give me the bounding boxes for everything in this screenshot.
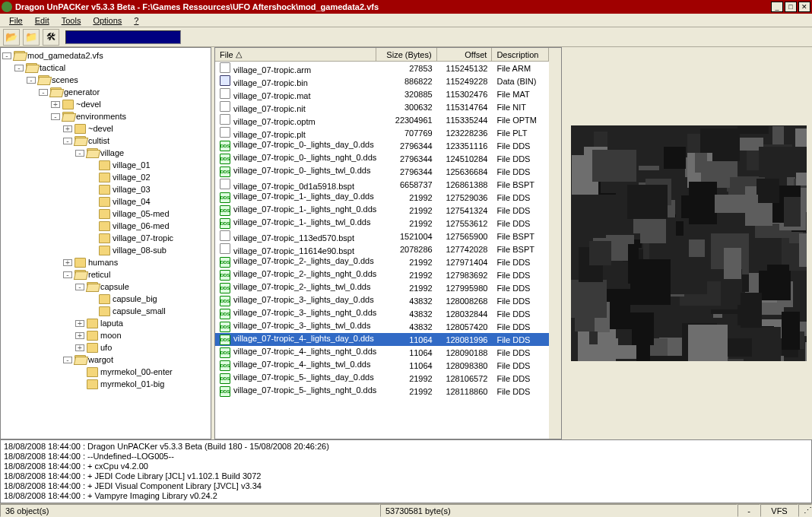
table-row[interactable]: village_07-tropic_11614e90.bspt207828612… [215, 243, 549, 255]
tree-toggle[interactable]: + [75, 320, 84, 327]
tree-toggle[interactable]: - [14, 65, 24, 71]
tree-toggle[interactable]: - [2, 52, 11, 59]
table-row[interactable]: village_07-tropic.optm22304961115335244F… [215, 113, 549, 126]
table-row[interactable]: DDSvillage_07-tropic_0-_lights_nght_0.dd… [215, 152, 549, 165]
table-row[interactable]: DDSvillage_07-tropic_3-_lights_nght_0.dd… [215, 307, 549, 320]
table-row[interactable]: DDSvillage_07-tropic_4-_lights_nght_0.dd… [215, 346, 549, 359]
col-offset[interactable]: Offset [437, 48, 493, 61]
menu-options[interactable]: Options [87, 14, 128, 27]
tree-toggle[interactable]: + [63, 259, 72, 266]
table-row[interactable]: village_07-tropic.bin886822115249228Data… [215, 75, 549, 87]
table-row[interactable]: DDSvillage_07-tropic_2-_lights_nght_0.dd… [215, 268, 549, 281]
table-row[interactable]: DDSvillage_07-tropic_2-_lights_day_0.dds… [215, 255, 549, 268]
menu-help[interactable]: ? [128, 14, 144, 27]
tree-toggle[interactable]: + [75, 332, 84, 339]
tree-item[interactable]: -scenes [2, 74, 209, 86]
tree-toggle[interactable]: - [63, 271, 72, 278]
table-row[interactable]: village_07-tropic.mat320885115302476File… [215, 87, 549, 100]
tree-item[interactable]: -wargot [2, 354, 209, 366]
table-row[interactable]: DDSvillage_07-tropic_5-_lights_day_0.dds… [215, 372, 549, 385]
menu-file[interactable]: File [3, 14, 29, 27]
table-row[interactable]: village_07-tropic.plt707769123228236File… [215, 126, 549, 139]
log-pane[interactable]: 18/08/2008 18:44:00 : Dragon UnPACKer v5… [0, 439, 812, 503]
table-row[interactable]: DDSvillage_07-tropic_1-_lights_day_0.dds… [215, 191, 549, 204]
tree-item[interactable]: -village [2, 147, 209, 159]
tree-toggle[interactable]: - [63, 138, 72, 144]
file-icon: DDS [220, 386, 230, 397]
minimize-button[interactable]: _ [771, 2, 783, 12]
table-row[interactable]: DDSvillage_07-tropic_0-_lights_twl_0.dds… [215, 165, 549, 178]
file-table-body[interactable]: village_07-tropic.arm27853115245132File … [215, 62, 549, 439]
tree-item[interactable]: village_03 [2, 183, 209, 195]
tree-item[interactable]: -generator [2, 86, 209, 98]
table-row[interactable]: DDSvillage_07-tropic_0-_lights_day_0.dds… [215, 139, 549, 152]
file-desc: File ARM [492, 63, 549, 74]
file-desc: File DDS [492, 218, 549, 229]
tools-button[interactable]: 🛠 [43, 29, 59, 46]
resize-grip[interactable]: ⋰ [798, 504, 812, 517]
col-file[interactable]: File △ [215, 48, 376, 61]
file-size: 27853 [377, 63, 437, 74]
tree-item[interactable]: -reticul [2, 268, 209, 281]
menu-edit[interactable]: Edit [29, 14, 56, 27]
tree-item[interactable]: -mod_gamedata2.vfs [2, 49, 209, 62]
close-file-button[interactable]: 📁 [23, 29, 40, 46]
tree-item[interactable]: +moon [2, 329, 209, 341]
tree-label: ~devel [76, 100, 101, 109]
tree-toggle[interactable]: - [75, 150, 84, 157]
tree-item[interactable]: village_08-sub [2, 244, 209, 256]
table-row[interactable]: village_07-tropic.nit300632115314764File… [215, 100, 549, 113]
close-button[interactable]: ✕ [798, 2, 810, 12]
table-row[interactable]: village_07-tropic_113ed570.bspt152100412… [215, 230, 549, 243]
file-offset: 124510284 [437, 154, 493, 164]
tree-toggle[interactable]: - [27, 77, 36, 84]
folder-icon [99, 221, 110, 231]
tree-item[interactable]: village_04 [2, 195, 209, 208]
tree-pane[interactable]: -mod_gamedata2.vfs-tactical-scenes-gener… [0, 47, 211, 439]
folder-icon [99, 306, 110, 316]
tree-item[interactable]: village_05-med [2, 208, 209, 220]
table-row[interactable]: DDSvillage_07-tropic_3-_lights_twl_0.dds… [215, 320, 549, 333]
tree-toggle[interactable]: + [63, 125, 72, 132]
table-row[interactable]: village_07-tropic_0d1a5918.bspt665873712… [215, 178, 549, 191]
table-row[interactable]: DDSvillage_07-tropic_1-_lights_nght_0.dd… [215, 204, 549, 217]
vertical-scrollbar[interactable] [549, 48, 561, 439]
tree-item[interactable]: capsule_big [2, 293, 209, 305]
tree-item[interactable]: +ufo [2, 341, 209, 354]
tree-item[interactable]: +laputa [2, 317, 209, 329]
tree-toggle[interactable]: - [75, 284, 84, 290]
tree-item[interactable]: -environments [2, 110, 209, 122]
table-row[interactable]: village_07-tropic.arm27853115245132File … [215, 62, 549, 75]
tree-item[interactable]: myrmekol_01-big [2, 378, 209, 390]
tree-toggle[interactable]: - [51, 113, 60, 120]
tree-item[interactable]: capsule_small [2, 305, 209, 317]
open-button[interactable]: 📂 [3, 29, 20, 46]
maximize-button[interactable]: □ [785, 2, 797, 12]
table-row[interactable]: DDSvillage_07-tropic_4-_lights_day_0.dds… [215, 333, 549, 346]
tree-toggle[interactable]: - [39, 89, 48, 96]
tree-item[interactable]: -cultist [2, 135, 209, 147]
table-row[interactable]: DDSvillage_07-tropic_4-_lights_twl_0.dds… [215, 359, 549, 372]
table-row[interactable]: DDSvillage_07-tropic_3-_lights_day_0.dds… [215, 294, 549, 307]
tree-item[interactable]: +~devel [2, 122, 209, 135]
table-row[interactable]: DDSvillage_07-tropic_5-_lights_nght_0.dd… [215, 385, 549, 398]
tree-item[interactable]: -tactical [2, 62, 209, 74]
col-desc[interactable]: Description [492, 48, 549, 61]
tree-item[interactable]: +~devel [2, 98, 209, 110]
file-icon: DDS [220, 141, 230, 151]
file-icon [220, 127, 230, 138]
tree-item[interactable]: myrmekol_00-enter [2, 366, 209, 378]
tree-item[interactable]: village_07-tropic [2, 232, 209, 244]
tree-item[interactable]: +humans [2, 256, 209, 268]
tree-item[interactable]: -capsule [2, 281, 209, 293]
col-size[interactable]: Size (Bytes) [376, 48, 436, 61]
tree-item[interactable]: village_02 [2, 171, 209, 183]
tree-item[interactable]: village_06-med [2, 220, 209, 232]
tree-item[interactable]: village_01 [2, 159, 209, 171]
table-row[interactable]: DDSvillage_07-tropic_1-_lights_twl_0.dds… [215, 217, 549, 230]
menu-tools[interactable]: Tools [56, 14, 87, 27]
tree-toggle[interactable]: - [63, 357, 72, 363]
tree-toggle[interactable]: + [75, 344, 84, 351]
table-row[interactable]: DDSvillage_07-tropic_2-_lights_twl_0.dds… [215, 281, 549, 294]
tree-toggle[interactable]: + [51, 101, 60, 108]
